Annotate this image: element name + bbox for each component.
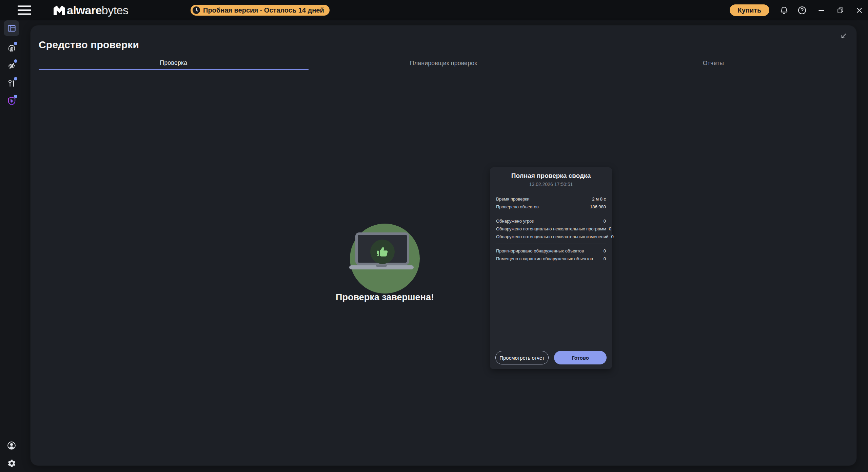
notifications-button[interactable] (778, 5, 789, 16)
sidebar-item-trusted-advisor[interactable] (4, 93, 19, 109)
laptop-base (349, 265, 414, 269)
scan-status-text: Проверка завершена! (336, 292, 434, 303)
divider (496, 214, 606, 214)
sidebar-item-identity[interactable] (4, 40, 19, 56)
card-title: Полная проверка сводка (496, 172, 606, 180)
stat-row: Обнаружено угроз 0 (496, 217, 606, 225)
stat-row: Время проверки 2 м 8 с (496, 195, 606, 203)
divider (496, 244, 606, 244)
card-actions: Просмотреть отчет Готово (495, 351, 607, 364)
view-report-button[interactable]: Просмотреть отчет (495, 351, 549, 364)
logo-m-icon (53, 4, 66, 16)
notification-dot (14, 42, 17, 45)
app-window: alwarebytes Пробная версия - Осталось 14… (0, 0, 868, 472)
sidebar-nav (0, 20, 31, 472)
logo-text-bold: alware (67, 4, 102, 17)
logo-text-light: bytes (102, 4, 129, 17)
page-title: Средство проверки (39, 39, 139, 51)
help-icon (797, 6, 807, 15)
minimize-icon (817, 6, 826, 15)
dashboard-icon (7, 24, 16, 33)
help-button[interactable] (796, 5, 807, 16)
card-stats-section: Время проверки 2 м 8 с Проверено объекто… (496, 195, 606, 263)
notification-dot (14, 59, 17, 63)
stat-row: Обнаружено потенциально нежелательных из… (496, 233, 606, 241)
tab-bar: Проверка Планировщик проверок Отчеты (39, 57, 848, 70)
stat-row: Обнаружено потенциально нежелательных пр… (496, 225, 606, 233)
collapse-arrow-icon (840, 32, 847, 40)
settings-gear-icon (7, 459, 16, 468)
notification-dot (14, 95, 17, 98)
close-icon (855, 6, 864, 15)
minimize-button[interactable] (816, 5, 827, 16)
restore-icon (836, 6, 845, 15)
main-panel: Средство проверки Проверка Планировщик п… (31, 25, 856, 466)
stat-row: Проигнорировано обнаруженных объектов 0 (496, 247, 606, 255)
done-button[interactable]: Готово (554, 351, 607, 364)
sidebar-item-tools[interactable] (4, 75, 19, 91)
close-button[interactable] (854, 5, 865, 16)
sidebar-item-account[interactable] (4, 438, 19, 453)
title-bar: alwarebytes Пробная версия - Осталось 14… (0, 0, 868, 20)
bell-icon (780, 6, 789, 15)
thumbs-up-icon (375, 244, 390, 260)
trial-badge-label: Пробная версия - Осталось 14 дней (203, 6, 324, 14)
restore-window-button[interactable] (835, 5, 846, 16)
malwarebytes-logo: alwarebytes (53, 4, 129, 17)
sidebar-item-privacy[interactable] (4, 58, 19, 73)
menu-button[interactable] (17, 5, 32, 16)
tab-scan[interactable]: Проверка (39, 57, 309, 70)
notification-dot (14, 77, 17, 80)
tab-scheduler[interactable]: Планировщик проверок (309, 57, 578, 70)
tab-reports[interactable]: Отчеты (578, 57, 848, 70)
buy-button[interactable]: Купить (730, 4, 769, 16)
account-icon (7, 441, 16, 450)
stat-row: Помещено в карантин обнаруженных объекто… (496, 255, 606, 263)
stat-row: Проверено объектов 186 980 (496, 203, 606, 211)
menu-icon (18, 5, 31, 15)
card-timestamp: 13.02.2026 17:50:51 (496, 182, 606, 187)
collapse-window-button[interactable] (838, 31, 848, 41)
trial-status-badge: Пробная версия - Осталось 14 дней (191, 5, 330, 16)
sidebar-item-dashboard[interactable] (4, 20, 19, 36)
sidebar-item-settings[interactable] (4, 455, 19, 471)
thumbs-up-badge (370, 240, 395, 264)
clock-icon (192, 6, 200, 14)
scan-summary-card: Полная проверка сводка 13.02.2026 17:50:… (490, 167, 612, 369)
